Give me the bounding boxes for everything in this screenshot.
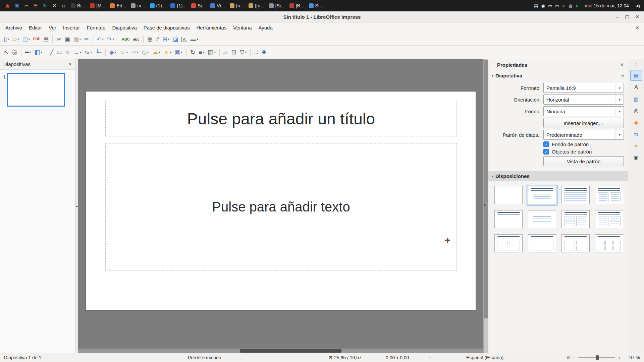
dropdown-arrow-icon[interactable]: ▾ bbox=[147, 51, 149, 54]
spelling-icon[interactable]: ABC bbox=[120, 34, 131, 44]
slide-thumbnail-page[interactable] bbox=[8, 74, 64, 106]
insert-textbox-icon[interactable]: A bbox=[180, 34, 189, 44]
line-style-icon[interactable]: ━▾ bbox=[24, 47, 32, 57]
dropdown-arrow-icon[interactable]: ▾ bbox=[197, 38, 199, 41]
title-placeholder[interactable]: Pulse para añadir un título bbox=[105, 101, 457, 136]
ellipse-icon[interactable]: ○ bbox=[65, 47, 71, 57]
layout-title-only[interactable] bbox=[493, 209, 524, 230]
menu-item-9[interactable]: Ayuda bbox=[255, 23, 276, 32]
slide-canvas[interactable]: Pulse para añadir un título Pulse para a… bbox=[86, 91, 476, 311]
zoom-out-icon[interactable]: − bbox=[573, 355, 576, 360]
insert-image-button[interactable]: Insertar imagen… bbox=[543, 118, 624, 128]
layouts-section-header[interactable]: ▾ Disposiciones bbox=[488, 171, 628, 181]
block-arrows-icon[interactable]: ⇨▾ bbox=[130, 47, 140, 57]
dropdown-arrow-icon[interactable]: ▾ bbox=[90, 51, 92, 54]
orientation-select[interactable]: Horizontal ▾ bbox=[543, 95, 624, 105]
dropdown-arrow-icon[interactable]: ▾ bbox=[615, 83, 624, 93]
dropdown-arrow-icon[interactable]: ▾ bbox=[7, 38, 9, 41]
dropdown-arrow-icon[interactable]: ▾ bbox=[29, 38, 30, 41]
dropdown-arrow-icon[interactable]: ▾ bbox=[102, 38, 104, 41]
dropdown-arrow-icon[interactable]: ▾ bbox=[159, 51, 160, 54]
phone-link-icon[interactable]: ◍ bbox=[569, 3, 572, 8]
close-button[interactable]: ✕ bbox=[635, 14, 639, 19]
basic-shapes-icon[interactable]: ◆▾ bbox=[108, 47, 117, 57]
arrange-icon[interactable]: ▥▾ bbox=[206, 47, 217, 57]
paste-icon[interactable]: ▧▾ bbox=[72, 34, 82, 44]
menu-item-4[interactable]: Formato bbox=[84, 23, 109, 32]
layout-title-2-content[interactable] bbox=[594, 185, 625, 205]
dropdown-arrow-icon[interactable]: ▾ bbox=[17, 38, 19, 41]
taskbar-app[interactable]: [Si... bbox=[269, 3, 285, 8]
dropdown-arrow-icon[interactable]: ▾ bbox=[245, 51, 247, 54]
dropdown-arrow-icon[interactable]: ▾ bbox=[615, 130, 624, 139]
master-slide-status[interactable]: Predeterminado bbox=[188, 355, 329, 360]
dropdown-arrow-icon[interactable]: ▾ bbox=[126, 51, 128, 54]
tab-properties[interactable]: ▤ bbox=[630, 70, 642, 81]
layout-title-2content-content[interactable] bbox=[560, 209, 591, 230]
zoom-in-icon[interactable]: + bbox=[618, 355, 621, 360]
minimize-button[interactable]: ‒ bbox=[616, 14, 619, 19]
close-app-icon[interactable]: ✕ bbox=[51, 2, 58, 9]
tab-master-slides[interactable]: ▣ bbox=[630, 152, 642, 163]
dropdown-arrow-icon[interactable]: ▾ bbox=[30, 51, 31, 54]
screen-record-icon[interactable]: ◉ bbox=[541, 3, 545, 8]
redo-icon[interactable]: ↷▾ bbox=[106, 34, 115, 44]
dropdown-arrow-icon[interactable]: ▾ bbox=[115, 51, 116, 54]
slide-section-header[interactable]: ▾ Diapositiva ≡ bbox=[488, 70, 628, 80]
layout-centered-text[interactable] bbox=[527, 209, 557, 230]
taskbar-app[interactable]: [M... bbox=[90, 3, 105, 8]
dropdown-arrow-icon[interactable]: ▾ bbox=[181, 51, 182, 54]
horizontal-scrollbar-thumb[interactable] bbox=[240, 349, 341, 353]
tab-navigator[interactable]: ◎ bbox=[630, 105, 642, 116]
shadow-icon[interactable]: ▱ bbox=[222, 47, 229, 57]
taskbar-app[interactable]: (1)... bbox=[150, 3, 166, 8]
panel-splitter[interactable]: ◂ bbox=[75, 59, 78, 353]
taskbar-app[interactable]: [[n... bbox=[249, 3, 264, 8]
lock-app-icon[interactable]: ◘ bbox=[60, 2, 67, 9]
zoom-level-status[interactable]: 97 % bbox=[623, 355, 640, 360]
format-select[interactable]: Pantalla 16:9 ▾ bbox=[543, 83, 624, 93]
chat-icon[interactable]: ✉ bbox=[555, 3, 559, 8]
layout-title-2content-over-content[interactable] bbox=[493, 233, 524, 254]
snap-guides-icon[interactable]: # bbox=[155, 34, 160, 44]
clone-formatting-icon[interactable]: ✏ bbox=[83, 34, 90, 44]
fit-slide-icon[interactable]: ⊞ bbox=[567, 355, 571, 360]
dropdown-arrow-icon[interactable]: ▾ bbox=[615, 107, 624, 116]
taskbar-app[interactable]: Bi... bbox=[71, 3, 85, 8]
lines-arrows-icon[interactable]: →▾ bbox=[71, 47, 83, 57]
dropdown-arrow-icon[interactable]: ▾ bbox=[203, 51, 205, 54]
properties-close-icon[interactable]: ✕ bbox=[620, 62, 624, 67]
hide-sidebar-icon[interactable]: ▸ bbox=[484, 203, 486, 206]
open-file-icon[interactable]: ▱▾ bbox=[11, 34, 20, 44]
filter-icon[interactable]: ▽▾ bbox=[238, 47, 248, 57]
select-icon[interactable]: ↖ bbox=[2, 47, 10, 57]
cut-icon[interactable]: ✂ bbox=[55, 34, 62, 44]
clock[interactable]: mié 15 de mar, 12:04 bbox=[585, 3, 629, 8]
taskbar-app[interactable]: m... bbox=[131, 3, 145, 8]
save-icon[interactable]: ◫▾ bbox=[21, 34, 32, 44]
dropdown-arrow-icon[interactable]: ▾ bbox=[100, 51, 102, 54]
undo-icon[interactable]: ↶▾ bbox=[95, 34, 105, 44]
zoom-slider[interactable] bbox=[578, 357, 615, 358]
insert-line-icon[interactable]: ╱ bbox=[49, 47, 55, 57]
rectangle-icon[interactable]: ▭ bbox=[56, 47, 64, 57]
stars-banners-icon[interactable]: ★▾ bbox=[162, 47, 173, 57]
master-slide-select[interactable]: Predeterminado ▾ bbox=[543, 130, 624, 140]
horizontal-scrollbar[interactable] bbox=[78, 349, 483, 353]
copy-icon[interactable]: ▣ bbox=[63, 34, 71, 44]
sync-app-icon[interactable]: ↻ bbox=[41, 2, 49, 9]
maximize-button[interactable]: ▢ bbox=[625, 14, 629, 19]
rotate-icon[interactable]: ↻ bbox=[189, 47, 197, 57]
slides-panel-close-icon[interactable]: × bbox=[69, 61, 72, 67]
layout-title-content[interactable] bbox=[527, 185, 557, 205]
insert-table-icon[interactable]: ⊞▾ bbox=[161, 34, 171, 44]
layout-title-4content[interactable] bbox=[560, 233, 591, 254]
dropdown-arrow-icon[interactable]: ▾ bbox=[112, 38, 114, 41]
layout-blank[interactable] bbox=[493, 185, 524, 205]
menu-item-6[interactable]: Pase de diapositivas bbox=[140, 23, 193, 32]
new-document-icon[interactable]: ▯▾ bbox=[2, 34, 10, 44]
dropdown-arrow-icon[interactable]: ▾ bbox=[79, 38, 81, 41]
dropdown-arrow-icon[interactable]: ▾ bbox=[168, 38, 169, 41]
tasklist-app-icon[interactable]: ☰ bbox=[32, 2, 39, 9]
tab-animation[interactable]: ✶ bbox=[630, 140, 642, 151]
